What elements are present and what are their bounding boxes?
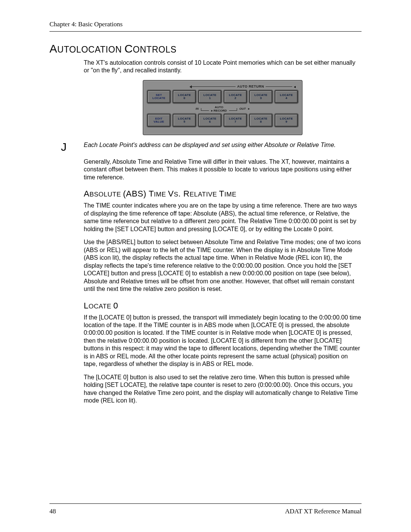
- locate0-paragraph-1: If the [LOCATE 0] button is pressed, the…: [84, 314, 362, 368]
- control-panel-figure: AUTO RETURN ◂ SETLOCATE LOCATE0 LOCATE1 …: [143, 80, 303, 135]
- button-row-1: SETLOCATE LOCATE0 LOCATE1 LOCATE2 LOCATE…: [147, 90, 298, 103]
- header-rule: [49, 31, 362, 32]
- auto-return-label-row: AUTO RETURN ◂: [147, 85, 296, 89]
- auto-record-label-row: IN AUTO ▸ RECORD OUT: [147, 105, 298, 112]
- button-row-2: EDITVALUE LOCATE5 LOCATE6 LOCATE7 LOCATE…: [147, 114, 298, 127]
- page: Chapter 4: Basic Operations AUTOLOCATION…: [0, 0, 411, 532]
- note-row: J Each Locate Point's address can be dis…: [49, 141, 362, 153]
- locate-4-button[interactable]: LOCATE4: [275, 90, 298, 103]
- note-text: Each Locate Point's address can be displ…: [84, 141, 336, 149]
- locate-5-button[interactable]: LOCATE5: [173, 114, 196, 127]
- locate-2-button[interactable]: LOCATE2: [224, 90, 247, 103]
- footer-rule: [49, 503, 362, 504]
- auto-return-label: AUTO RETURN: [237, 85, 264, 88]
- abs-rel-paragraph-1: The TIME counter indicates where you are…: [84, 202, 362, 233]
- in-label: IN: [196, 107, 199, 110]
- paragraph-offset: Generally, Absolute Time and Relative Ti…: [84, 158, 362, 181]
- locate-1-button[interactable]: LOCATE1: [198, 90, 221, 103]
- intro-paragraph: The XT's autolocation controls consist o…: [84, 59, 362, 75]
- locate-9-button[interactable]: LOCATE9: [275, 114, 298, 127]
- set-locate-button[interactable]: SETLOCATE: [147, 90, 170, 103]
- locate-3-button[interactable]: LOCATE3: [249, 90, 272, 103]
- abs-rel-paragraph-2: Use the [ABS/REL] button to select betwe…: [84, 238, 362, 293]
- section-title-abs-vs-rel: ABSOLUTE (ABS) TIME VS. RELATIVE TIME: [84, 188, 362, 199]
- note-marker: J: [61, 141, 84, 153]
- locate-7-button[interactable]: LOCATE7: [224, 114, 247, 127]
- locate-0-button[interactable]: LOCATE0: [173, 90, 196, 103]
- locate-8-button[interactable]: LOCATE8: [249, 114, 272, 127]
- section-title-autolocation: AUTOLOCATION CONTROLS: [49, 42, 362, 55]
- manual-title: ADAT XT Reference Manual: [285, 508, 362, 515]
- out-label: OUT: [239, 107, 246, 110]
- chapter-header: Chapter 4: Basic Operations: [49, 21, 362, 28]
- locate-6-button[interactable]: LOCATE6: [198, 114, 221, 127]
- locate0-paragraph-2: The [LOCATE 0] button is also used to se…: [84, 374, 362, 405]
- page-footer: 48 ADAT XT Reference Manual: [49, 503, 362, 515]
- section-title-locate-0: LOCATE 0: [84, 300, 362, 311]
- edit-value-button[interactable]: EDITVALUE: [147, 114, 170, 127]
- page-number: 48: [49, 508, 56, 515]
